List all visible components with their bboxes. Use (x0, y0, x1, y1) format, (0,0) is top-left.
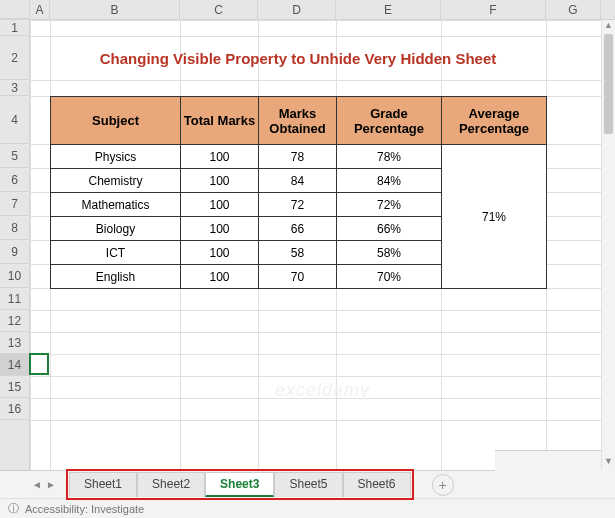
column-header-C[interactable]: C (180, 0, 258, 19)
sheet-tab-sheet1[interactable]: Sheet1 (69, 472, 137, 497)
cell-pct[interactable]: 78% (337, 145, 442, 169)
row-header-11[interactable]: 11 (0, 288, 29, 310)
cell-obtained[interactable]: 58 (259, 241, 337, 265)
grid-area: 12345678910111213141516 Changing Visible… (0, 20, 615, 470)
cell-subject[interactable]: Biology (51, 217, 181, 241)
cell-pct[interactable]: 84% (337, 169, 442, 193)
row-header-6[interactable]: 6 (0, 168, 29, 192)
table-row: Physics1007878%71% (51, 145, 547, 169)
row-header-7[interactable]: 7 (0, 192, 29, 216)
sheet-tab-sheet5[interactable]: Sheet5 (274, 472, 342, 497)
header-avg_pct: Average Percentage (442, 97, 547, 145)
vertical-scrollbar[interactable]: ▲ ▼ (601, 20, 615, 470)
title-cell: Changing Visible Property to Unhide Very… (50, 36, 546, 80)
row-header-12[interactable]: 12 (0, 310, 29, 332)
row-header-8[interactable]: 8 (0, 216, 29, 240)
header-grade_pct: Grade Percentage (337, 97, 442, 145)
cell-pct[interactable]: 72% (337, 193, 442, 217)
row-header-4[interactable]: 4 (0, 96, 29, 144)
tab-scroll-controls[interactable]: ◄ ► (30, 479, 58, 490)
cell-obtained[interactable]: 84 (259, 169, 337, 193)
chevron-right-icon[interactable]: ► (44, 479, 58, 490)
sheet-tab-sheet6[interactable]: Sheet6 (343, 472, 411, 497)
scroll-up-icon[interactable]: ▲ (602, 20, 615, 34)
row-header-5[interactable]: 5 (0, 144, 29, 168)
header-total_marks: Total Marks (181, 97, 259, 145)
cell-subject[interactable]: Mathematics (51, 193, 181, 217)
cell-obtained[interactable]: 78 (259, 145, 337, 169)
scroll-down-icon[interactable]: ▼ (602, 456, 615, 470)
cell-average[interactable]: 71% (442, 145, 547, 289)
cell-subject[interactable]: Chemistry (51, 169, 181, 193)
horizontal-scrollbar[interactable] (495, 450, 615, 478)
add-sheet-button[interactable]: + (432, 474, 454, 496)
row-header-1[interactable]: 1 (0, 20, 29, 36)
row-header-9[interactable]: 9 (0, 240, 29, 264)
row-header-10[interactable]: 10 (0, 264, 29, 288)
cell-total[interactable]: 100 (181, 217, 259, 241)
column-header-A[interactable]: A (30, 0, 50, 19)
row-headers: 12345678910111213141516 (0, 20, 30, 470)
column-headers: ABCDEFG (0, 0, 615, 20)
cell-pct[interactable]: 66% (337, 217, 442, 241)
cell-obtained[interactable]: 66 (259, 217, 337, 241)
spreadsheet: ABCDEFG 12345678910111213141516 Changing… (0, 0, 615, 518)
cell-pct[interactable]: 70% (337, 265, 442, 289)
cell-total[interactable]: 100 (181, 169, 259, 193)
header-subject: Subject (51, 97, 181, 145)
cell-subject[interactable]: ICT (51, 241, 181, 265)
cell-obtained[interactable]: 70 (259, 265, 337, 289)
cell-pct[interactable]: 58% (337, 241, 442, 265)
status-bar: ⓘ Accessibility: Investigate (0, 498, 615, 518)
header-marks_obtained: Marks Obtained (259, 97, 337, 145)
cell-total[interactable]: 100 (181, 265, 259, 289)
column-header-D[interactable]: D (258, 0, 336, 19)
cell-total[interactable]: 100 (181, 241, 259, 265)
accessibility-icon: ⓘ (8, 501, 19, 516)
cell-total[interactable]: 100 (181, 145, 259, 169)
column-header-E[interactable]: E (336, 0, 441, 19)
row-header-14[interactable]: 14 (0, 354, 29, 376)
data-table: SubjectTotal MarksMarks ObtainedGrade Pe… (50, 96, 547, 289)
cell-subject[interactable]: Physics (51, 145, 181, 169)
row-header-15[interactable]: 15 (0, 376, 29, 398)
cell-total[interactable]: 100 (181, 193, 259, 217)
row-header-13[interactable]: 13 (0, 332, 29, 354)
sheet-tab-sheet2[interactable]: Sheet2 (137, 472, 205, 497)
chevron-left-icon[interactable]: ◄ (30, 479, 44, 490)
row-header-2[interactable]: 2 (0, 36, 29, 80)
column-header-F[interactable]: F (441, 0, 546, 19)
row-header-16[interactable]: 16 (0, 398, 29, 420)
select-all-corner[interactable] (0, 0, 30, 19)
cell-grid[interactable]: Changing Visible Property to Unhide Very… (30, 20, 615, 470)
cell-obtained[interactable]: 72 (259, 193, 337, 217)
status-text: Accessibility: Investigate (25, 503, 144, 515)
sheet-tabs: Sheet1Sheet2Sheet3Sheet5Sheet6 (66, 469, 414, 500)
column-header-G[interactable]: G (546, 0, 601, 19)
sheet-tab-bar: ◄ ► Sheet1Sheet2Sheet3Sheet5Sheet6 + (0, 470, 615, 498)
cell-subject[interactable]: English (51, 265, 181, 289)
scroll-thumb[interactable] (604, 34, 613, 134)
plus-icon: + (438, 477, 446, 493)
row-header-3[interactable]: 3 (0, 80, 29, 96)
sheet-tab-sheet3[interactable]: Sheet3 (205, 472, 274, 497)
column-header-B[interactable]: B (50, 0, 180, 19)
